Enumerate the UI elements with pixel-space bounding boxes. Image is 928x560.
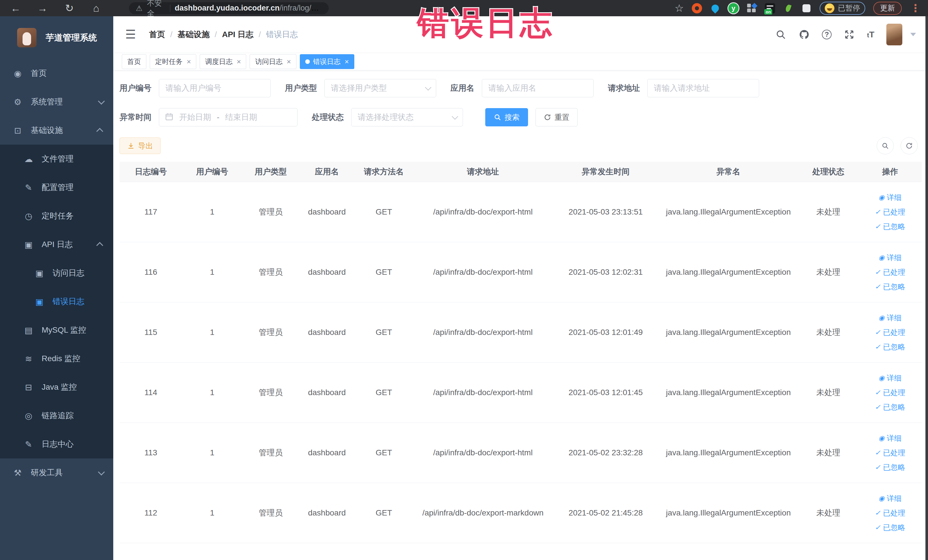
back-icon[interactable]: ← <box>8 2 24 15</box>
check-icon: ✓ <box>875 464 881 471</box>
user-id-input[interactable] <box>159 79 271 97</box>
profile-paused-pill[interactable]: 已暂停 <box>820 2 865 15</box>
action-label: 已忽略 <box>883 282 905 292</box>
update-button[interactable]: 更新 <box>873 2 902 15</box>
table-cell: dashboard <box>299 328 355 337</box>
sidebar-item-redis-monitor[interactable]: ≋Redis 监控 <box>0 344 113 373</box>
filter-row-2: 异常时间 开始日期 - 结束日期 处理状态 请选 <box>119 108 922 127</box>
page-scrollbar[interactable] <box>925 16 928 560</box>
forward-icon[interactable]: → <box>34 2 51 15</box>
check-icon: ✓ <box>875 404 881 410</box>
tab-job-log[interactable]: 调度日志× <box>200 54 246 69</box>
action-已忽略[interactable]: ✓已忽略 <box>875 282 905 292</box>
extension-sprout-icon[interactable] <box>783 3 793 14</box>
logo-row[interactable]: 芋道管理系统 <box>0 16 113 59</box>
user-type-placeholder: 请选择用户类型 <box>331 83 387 93</box>
close-icon[interactable]: × <box>345 58 349 65</box>
close-icon[interactable]: × <box>237 58 241 65</box>
table-cell: 未处理 <box>798 387 858 398</box>
reload-icon[interactable]: ↻ <box>61 2 78 15</box>
github-icon[interactable] <box>798 29 810 40</box>
sidebar-item-api-log[interactable]: ▣API 日志 <box>0 230 113 259</box>
sidebar-item-infrastructure[interactable]: ⊡基础设施 <box>0 116 113 145</box>
refresh-table-button[interactable] <box>901 137 918 154</box>
sidebar-item-error-log[interactable]: ▣错误日志 <box>0 287 113 316</box>
action-已处理[interactable]: ✓已处理 <box>875 207 905 217</box>
address-bar[interactable]: ⚠ 不安全 dashboard.yudao.iocoder.cn/infra/l… <box>129 2 329 14</box>
help-icon[interactable]: ? <box>822 30 832 40</box>
breadcrumb-item[interactable]: 基础设施 <box>177 29 209 40</box>
sidebar-item-dev-tools[interactable]: ⚒研发工具 <box>0 458 113 487</box>
action-已忽略[interactable]: ✓已忽略 <box>875 402 905 412</box>
action-已处理[interactable]: ✓已处理 <box>875 448 905 458</box>
action-已处理[interactable]: ✓已处理 <box>875 388 905 398</box>
table-cell: 管理员 <box>242 387 299 398</box>
close-icon[interactable]: × <box>286 58 291 65</box>
sidebar-item-scheduled-jobs[interactable]: ◷定时任务 <box>0 202 113 230</box>
active-tab-dot <box>305 60 310 64</box>
sidebar-item-java-monitor[interactable]: ⊟Java 监控 <box>0 373 113 401</box>
search-icon[interactable] <box>775 29 786 40</box>
request-url-input[interactable] <box>647 79 759 97</box>
exception-time-range-picker[interactable]: 开始日期 - 结束日期 <box>159 108 298 127</box>
breadcrumb-item[interactable]: 首页 <box>149 29 165 40</box>
tab-home[interactable]: 首页 <box>122 54 147 69</box>
action-已处理[interactable]: ✓已处理 <box>875 267 905 277</box>
sidebar-item-access-log[interactable]: ▣访问日志 <box>0 259 113 287</box>
user-type-label: 用户类型 <box>285 83 317 93</box>
tab-access-log[interactable]: 访问日志× <box>250 54 296 69</box>
table-cell: 1 <box>182 388 242 397</box>
action-详细[interactable]: ◉详细 <box>878 493 902 504</box>
action-已处理[interactable]: ✓已处理 <box>875 508 905 518</box>
user-type-select[interactable]: 请选择用户类型 <box>324 79 436 97</box>
action-详细[interactable]: ◉详细 <box>878 313 902 323</box>
action-详细[interactable]: ◉详细 <box>878 373 902 383</box>
action-已忽略[interactable]: ✓已忽略 <box>875 222 905 232</box>
extension-orange-icon[interactable] <box>692 3 702 14</box>
app-name-input[interactable] <box>482 79 594 97</box>
extension-switch-icon[interactable]: on <box>765 3 775 14</box>
extension-grid-icon[interactable] <box>746 3 757 14</box>
process-status-select[interactable]: 请选择处理状态 <box>351 108 463 127</box>
tab-scheduled-jobs[interactable]: 定时任务× <box>150 54 196 69</box>
action-详细[interactable]: ◉详细 <box>878 433 902 443</box>
action-已处理[interactable]: ✓已处理 <box>875 328 905 337</box>
action-已忽略[interactable]: ✓已忽略 <box>875 462 905 472</box>
sidebar-item-log-center[interactable]: ✎日志中心 <box>0 430 113 458</box>
toggle-search-button[interactable] <box>877 137 894 154</box>
sidebar-item-label: 错误日志 <box>52 296 84 307</box>
action-已忽略[interactable]: ✓已忽略 <box>875 523 905 533</box>
close-icon[interactable]: × <box>186 58 191 65</box>
user-avatar[interactable] <box>886 24 902 45</box>
breadcrumb-item[interactable]: API 日志 <box>222 29 253 40</box>
check-icon: ✓ <box>875 269 881 276</box>
extensions-puzzle-icon[interactable] <box>801 3 812 14</box>
extension-drop-icon[interactable] <box>710 3 720 14</box>
tags-view-bar: 首页定时任务×调度日志×访问日志×错误日志× <box>113 53 928 70</box>
column-header: 异常名 <box>659 166 798 177</box>
avatar-caret-icon[interactable] <box>910 33 916 36</box>
action-详细[interactable]: ◉详细 <box>878 192 902 203</box>
action-详细[interactable]: ◉详细 <box>878 253 902 263</box>
sidebar-item-config-mgmt[interactable]: ✎配置管理 <box>0 173 113 202</box>
export-button[interactable]: 导出 <box>119 137 160 154</box>
font-size-icon[interactable]: tT <box>867 30 875 40</box>
fullscreen-icon[interactable] <box>844 29 855 40</box>
action-已忽略[interactable]: ✓已忽略 <box>875 342 905 352</box>
sidebar-item-trace[interactable]: ◎链路追踪 <box>0 401 113 430</box>
extension-y-icon[interactable]: y <box>728 3 739 14</box>
table-cell: 2021-05-02 23:32:28 <box>553 448 658 457</box>
hamburger-icon[interactable]: ☰ <box>125 29 136 41</box>
sidebar-item-mysql-monitor[interactable]: ▤MySQL 监控 <box>0 316 113 344</box>
search-button[interactable]: 搜索 <box>485 108 528 127</box>
table-row: 1151管理员dashboardGET/api/infra/db-doc/exp… <box>119 302 922 363</box>
sidebar-item-home[interactable]: ◉首页 <box>0 59 113 88</box>
tab-error-log[interactable]: 错误日志× <box>300 54 354 69</box>
sidebar-item-system-mgmt[interactable]: ⚙系统管理 <box>0 88 113 116</box>
bookmark-star-icon[interactable]: ☆ <box>675 2 684 14</box>
home-icon[interactable]: ⌂ <box>88 2 104 15</box>
browser-menu-icon[interactable]: ⋮ <box>910 2 920 14</box>
table-cell: GET <box>355 448 413 457</box>
reset-button[interactable]: 重置 <box>536 108 578 127</box>
sidebar-item-file-mgmt[interactable]: ☁文件管理 <box>0 145 113 173</box>
